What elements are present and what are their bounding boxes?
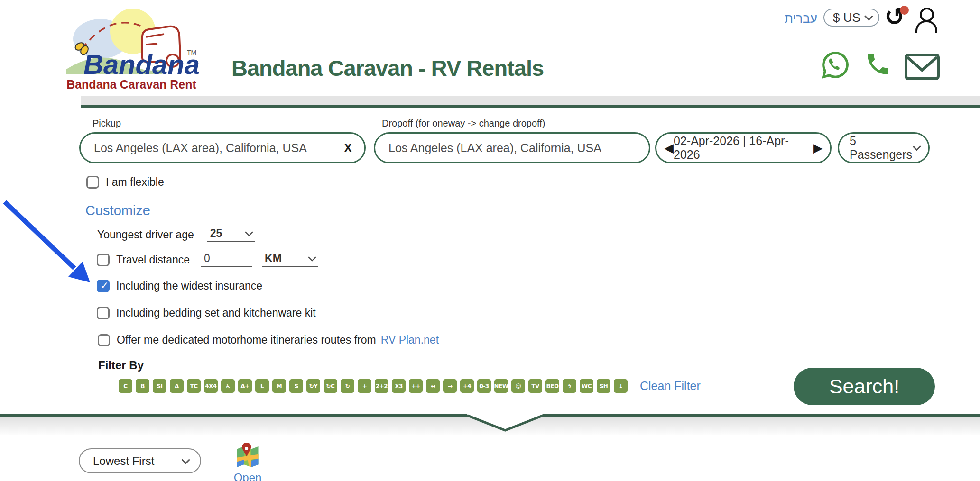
open-map-label: Open Map: [223, 471, 272, 481]
bedding-label: Including bedding set and kitchenware ki…: [116, 307, 316, 319]
bedding-checkbox[interactable]: [97, 307, 110, 319]
driver-plus-filter-icon[interactable]: +: [358, 379, 371, 393]
currency-select[interactable]: $ US: [823, 9, 879, 27]
flexible-row: I am flexible: [86, 176, 164, 189]
filter-icons: CBSIATC4X4♿A+LMS↻Y↻C↻+2+2X3++↔→+40-3NEW☺…: [119, 379, 628, 393]
class-b-filter-icon[interactable]: B: [136, 379, 149, 393]
divider-notch-icon: [467, 414, 543, 432]
currency-value: $ US: [833, 10, 860, 25]
driver-age-row: Youngest driver age 25: [97, 227, 255, 242]
passengers-select[interactable]: 5 Passengers: [838, 132, 930, 163]
insurance-checkbox[interactable]: [97, 280, 110, 292]
ages-0-3-filter-icon[interactable]: 0-3: [477, 379, 491, 393]
family-filter-icon[interactable]: ☺: [511, 379, 525, 393]
travel-distance-input[interactable]: 0: [201, 252, 252, 267]
chevron-down-icon: [308, 254, 316, 262]
travel-distance-row: Travel distance 0 KM: [97, 252, 318, 267]
dropoff-label: Dropoff (for oneway -> change dropoff): [382, 118, 545, 129]
open-map-button[interactable]: Open Map: [223, 443, 272, 481]
family-plus-filter-icon[interactable]: ++: [409, 379, 423, 393]
person-head: [920, 8, 934, 22]
flexible-label: I am flexible: [106, 176, 164, 189]
account-icon[interactable]: [915, 8, 938, 32]
pickup-input[interactable]: Los Angeles (LAX area), California, USA …: [79, 132, 366, 163]
date-range-picker[interactable]: ◀ 02-Apr-2026 | 16-Apr-2026 ▶: [655, 132, 832, 163]
map-icon: [235, 443, 260, 468]
class-a-filter-icon[interactable]: A: [170, 379, 184, 393]
power-filter-icon[interactable]: ϟ: [563, 379, 576, 393]
chevron-down-icon: [181, 455, 190, 464]
rotate-c-filter-icon[interactable]: ↻C: [324, 379, 337, 393]
date-prev-icon[interactable]: ◀: [664, 141, 674, 155]
whatsapp-icon[interactable]: [821, 50, 850, 82]
class-c-filter-icon[interactable]: C: [119, 379, 132, 393]
truck-camper-filter-icon[interactable]: TC: [187, 379, 201, 393]
person-body: [915, 20, 937, 33]
plus-4-filter-icon[interactable]: +4: [460, 379, 474, 393]
rv-load-filter-icon[interactable]: ↓: [614, 379, 628, 393]
insurance-label: Including the widest insurance: [116, 280, 262, 292]
seats-x3-filter-icon[interactable]: X3: [392, 379, 406, 393]
size-small-filter-icon[interactable]: S: [289, 379, 303, 393]
sort-select[interactable]: Lowest First: [79, 448, 201, 473]
rotate-filter-icon[interactable]: ↻: [341, 379, 354, 393]
class-a-tow-filter-icon[interactable]: A+: [238, 379, 252, 393]
width-filter-icon[interactable]: ↔: [426, 379, 440, 393]
wc-filter-icon[interactable]: WC: [580, 379, 593, 393]
clean-filter-link[interactable]: Clean Filter: [640, 379, 701, 393]
logo-trademark: TM: [187, 49, 196, 56]
header-divider-band: [81, 96, 980, 105]
wheelchair-filter-icon[interactable]: ♿: [221, 379, 235, 393]
rotate-y-filter-icon[interactable]: ↻Y: [306, 379, 320, 393]
pickup-value: Los Angeles (LAX area), California, USA: [81, 141, 344, 155]
chevron-down-icon: [245, 228, 253, 236]
header-divider-line: [81, 105, 980, 108]
customize-link[interactable]: Customize: [85, 203, 150, 218]
class-si-filter-icon[interactable]: SI: [153, 379, 166, 393]
travel-distance-checkbox[interactable]: [97, 254, 110, 266]
language-link[interactable]: עברית: [785, 11, 817, 26]
search-button[interactable]: Search!: [794, 368, 935, 405]
date-next-icon[interactable]: ▶: [813, 141, 823, 155]
logo-art-icon: Bandana TM: [63, 2, 200, 78]
email-icon[interactable]: [904, 53, 940, 82]
logo-tagline: Bandana Caravan Rent: [63, 78, 200, 91]
rv-plan-link[interactable]: RV Plan.net: [381, 334, 439, 346]
tv-filter-icon[interactable]: TV: [528, 379, 542, 393]
oneway-filter-icon[interactable]: →: [443, 379, 457, 393]
notification-dot: [900, 6, 909, 15]
distance-unit-select[interactable]: KM: [262, 252, 318, 267]
shower-filter-icon[interactable]: SH: [597, 379, 610, 393]
pickup-clear-button[interactable]: X: [344, 141, 364, 155]
page: Bandana TM Bandana Caravan Rent Bandana …: [0, 0, 980, 481]
travel-distance-label: Travel distance: [116, 254, 190, 266]
brand-logo[interactable]: Bandana TM Bandana Caravan Rent: [63, 2, 200, 95]
bed-filter-icon[interactable]: BED: [545, 379, 559, 393]
flexible-checkbox[interactable]: [86, 176, 99, 189]
insurance-row: Including the widest insurance: [97, 280, 262, 292]
history-icon[interactable]: ↺: [881, 3, 908, 30]
size-large-filter-icon[interactable]: L: [255, 379, 269, 393]
itineraries-checkbox[interactable]: [98, 334, 110, 346]
page-title: Bandana Caravan - RV Rentals: [231, 55, 544, 81]
sort-value: Lowest First: [93, 454, 154, 468]
size-medium-filter-icon[interactable]: M: [272, 379, 286, 393]
dropoff-value: Los Angeles (LAX area), California, USA: [375, 141, 649, 155]
logo-wordmark: Bandana: [83, 49, 200, 78]
new-rv-filter-icon[interactable]: NEW: [494, 379, 508, 393]
filter-by-label: Filter By: [98, 359, 144, 372]
pickup-label: Pickup: [92, 118, 121, 129]
phone-icon[interactable]: [864, 50, 892, 80]
date-range-value: 02-Apr-2026 | 16-Apr-2026: [674, 134, 813, 162]
bedding-row: Including bedding set and kitchenware ki…: [97, 307, 316, 319]
chevron-down-icon: [864, 12, 873, 20]
seats-2plus2-filter-icon[interactable]: 2+2: [375, 379, 388, 393]
itineraries-label: Offer me dedicated motorhome itineraries…: [117, 334, 376, 346]
dropoff-input[interactable]: Los Angeles (LAX area), California, USA: [374, 132, 650, 163]
driver-age-label: Youngest driver age: [97, 228, 194, 241]
four-by-four-filter-icon[interactable]: 4X4: [204, 379, 218, 393]
passengers-value: 5 Passengers: [850, 134, 914, 162]
driver-age-select[interactable]: 25: [207, 227, 255, 242]
itineraries-row: Offer me dedicated motorhome itineraries…: [98, 334, 439, 346]
